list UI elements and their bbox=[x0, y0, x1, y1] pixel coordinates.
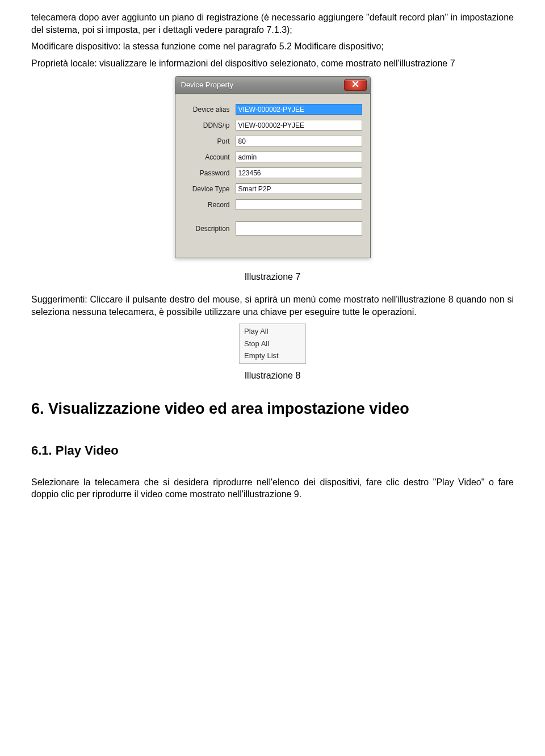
label-port: Port bbox=[183, 137, 236, 146]
dialog-titlebar[interactable]: Device Property bbox=[175, 77, 370, 94]
illustration-7-caption: Illustrazione 7 bbox=[31, 271, 514, 283]
input-account[interactable]: admin bbox=[236, 152, 362, 162]
paragraph-intro-3: Proprietà locale: visualizzare le inform… bbox=[31, 57, 514, 70]
paragraph-intro-1: telecamera dopo aver aggiunto un piano d… bbox=[31, 11, 514, 36]
label-description: Description bbox=[183, 224, 236, 233]
field-description: Description bbox=[183, 221, 362, 236]
input-password[interactable]: 123456 bbox=[236, 167, 362, 178]
input-description[interactable] bbox=[236, 221, 362, 236]
context-menu: Play All Stop All Empty List bbox=[239, 324, 306, 364]
dialog-body: Device alias VIEW-000002-PYJEE DDNS/ip V… bbox=[175, 94, 370, 258]
input-record[interactable] bbox=[236, 199, 362, 210]
input-port[interactable]: 80 bbox=[236, 136, 362, 146]
paragraph-intro-2: Modificare dispositivo: la stessa funzio… bbox=[31, 40, 514, 53]
field-port: Port 80 bbox=[183, 136, 362, 146]
label-record: Record bbox=[183, 200, 236, 209]
paragraph-play-video: Selezionare la telecamera che si desider… bbox=[31, 476, 514, 501]
input-device-type[interactable]: Smart P2P bbox=[236, 183, 362, 194]
section-6-heading: 6. Visualizzazione video ed area imposta… bbox=[31, 398, 514, 419]
field-password: Password 123456 bbox=[183, 167, 362, 178]
dialog-title: Device Property bbox=[181, 80, 233, 90]
input-ddns[interactable]: VIEW-000002-PYJEE bbox=[236, 120, 362, 131]
field-record: Record bbox=[183, 199, 362, 210]
menu-item-stop-all[interactable]: Stop All bbox=[241, 338, 304, 350]
label-ddns: DDNS/ip bbox=[183, 121, 236, 130]
menu-item-play-all[interactable]: Play All bbox=[241, 325, 304, 338]
label-account: Account bbox=[183, 153, 236, 162]
label-password: Password bbox=[183, 169, 236, 178]
input-device-alias[interactable]: VIEW-000002-PYJEE bbox=[236, 104, 362, 115]
field-device-type: Device Type Smart P2P bbox=[183, 183, 362, 194]
menu-item-empty-list[interactable]: Empty List bbox=[241, 350, 304, 362]
field-account: Account admin bbox=[183, 152, 362, 162]
close-icon bbox=[352, 81, 359, 90]
close-button[interactable] bbox=[344, 79, 367, 91]
label-device-alias: Device alias bbox=[183, 105, 236, 114]
illustration-8-caption: Illustrazione 8 bbox=[31, 369, 514, 382]
label-device-type: Device Type bbox=[183, 184, 236, 194]
device-property-dialog: Device Property Device alias VIEW-000002… bbox=[175, 76, 371, 258]
field-device-alias: Device alias VIEW-000002-PYJEE bbox=[183, 104, 362, 115]
paragraph-hints: Suggerimenti: Cliccare il pulsante destr… bbox=[31, 293, 514, 318]
field-ddns: DDNS/ip VIEW-000002-PYJEE bbox=[183, 120, 362, 131]
section-6-1-heading: 6.1. Play Video bbox=[31, 442, 514, 459]
